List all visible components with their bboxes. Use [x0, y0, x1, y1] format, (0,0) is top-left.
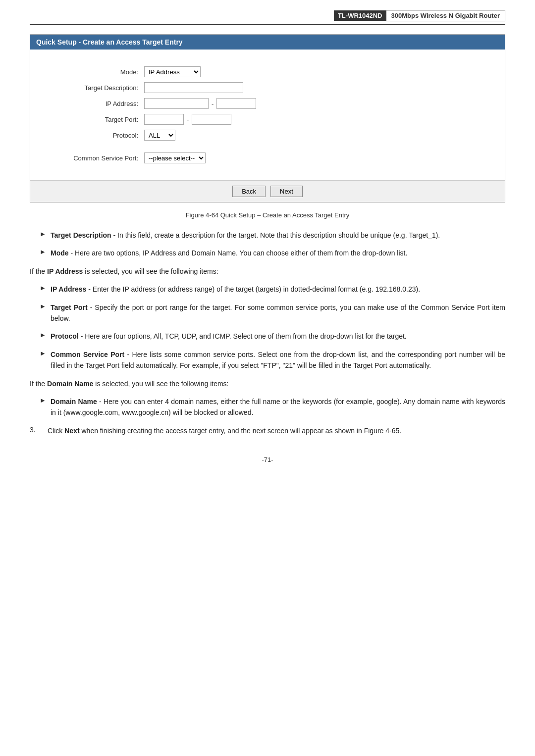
mode-row: Mode: IP Address Domain Name: [35, 66, 500, 77]
bullet-text-2: Mode - Here are two options, IP Address …: [51, 248, 407, 258]
bullet-arrow-port: ►: [40, 302, 51, 310]
model-name: TL-WR1042ND: [334, 10, 386, 21]
domain-bullets: ► Domain Name - Here you can enter 4 dom…: [30, 396, 505, 418]
bullet-arrow-domain: ►: [40, 396, 51, 404]
numbered-num-3: 3.: [30, 425, 48, 434]
bullet-arrow-ip: ►: [40, 284, 51, 292]
protocol-select[interactable]: ALL TCP UDP ICMP: [144, 130, 175, 141]
ip-address-row: IP Address: -: [35, 98, 500, 109]
figure-caption: Figure 4-64 Quick Setup – Create an Acce…: [30, 211, 505, 219]
protocol-label: Protocol:: [45, 132, 144, 139]
form-footer: Back Next: [30, 180, 505, 202]
form-box-title: Quick Setup - Create an Access Target En…: [30, 35, 505, 50]
next-button[interactable]: Next: [270, 186, 303, 197]
bullet-text-1: Target Description - In this field, crea…: [51, 230, 440, 241]
bullet-text-common: Common Service Port - Here lists some co…: [51, 349, 505, 371]
numbered-text-3: Click Next when finishing creating the a…: [48, 425, 401, 436]
numbered-item-3: 3. Click Next when finishing creating th…: [30, 425, 505, 436]
bullet-target-port: ► Target Port - Specify the port or port…: [30, 302, 505, 324]
common-service-label: Common Service Port:: [45, 154, 144, 162]
ip-address-label: IP Address:: [45, 100, 144, 107]
bullet-arrow-protocol: ►: [40, 331, 51, 339]
mode-control: IP Address Domain Name: [144, 66, 201, 77]
ip-address-input-end[interactable]: [216, 98, 256, 109]
target-port-label: Target Port:: [45, 116, 144, 123]
mode-label: Mode:: [45, 68, 144, 76]
target-description-input[interactable]: [144, 82, 243, 93]
bullet-arrow-common: ►: [40, 349, 51, 357]
ip-bullets: ► IP Address - Enter the IP address (or …: [30, 284, 505, 371]
main-bullets: ► Target Description - In this field, cr…: [30, 230, 505, 259]
form-body: Mode: IP Address Domain Name Target Desc…: [30, 50, 505, 180]
back-button[interactable]: Back: [232, 186, 266, 197]
mode-select[interactable]: IP Address Domain Name: [144, 66, 201, 77]
target-description-row: Target Description:: [35, 82, 500, 93]
ip-address-control: -: [144, 98, 256, 109]
bullet-common-service: ► Common Service Port - Here lists some …: [30, 349, 505, 371]
bullet-domain-name: ► Domain Name - Here you can enter 4 dom…: [30, 396, 505, 418]
bullet-protocol: ► Protocol - Here are four options, All,…: [30, 331, 505, 342]
common-service-control: --please select-- FTP (21) HTTP (80) HTT…: [144, 152, 206, 163]
target-port-input-start[interactable]: [144, 114, 184, 125]
bullet-text-domain: Domain Name - Here you can enter 4 domai…: [51, 396, 505, 418]
bullet-text-ip: IP Address - Enter the IP address (or ad…: [51, 284, 420, 295]
ip-address-input-start[interactable]: [144, 98, 209, 109]
ip-separator: -: [212, 100, 214, 107]
bullet-arrow-1: ►: [40, 230, 51, 238]
ip-address-note: If the IP Address is selected, you will …: [30, 266, 505, 277]
protocol-row: Protocol: ALL TCP UDP ICMP: [35, 130, 500, 141]
bullet-target-description: ► Target Description - In this field, cr…: [30, 230, 505, 241]
protocol-control: ALL TCP UDP ICMP: [144, 130, 175, 141]
target-description-label: Target Description:: [45, 84, 144, 92]
port-separator: -: [187, 116, 189, 123]
bullet-text-port: Target Port - Specify the port or port r…: [51, 302, 505, 324]
bullet-ip-address: ► IP Address - Enter the IP address (or …: [30, 284, 505, 295]
bullet-mode: ► Mode - Here are two options, IP Addres…: [30, 248, 505, 258]
bullet-arrow-2: ►: [40, 248, 51, 255]
target-description-control: [144, 82, 243, 93]
quick-setup-form-box: Quick Setup - Create an Access Target En…: [30, 34, 505, 202]
target-port-row: Target Port: -: [35, 114, 500, 125]
page-number: -71-: [30, 456, 505, 463]
common-service-select[interactable]: --please select-- FTP (21) HTTP (80) HTT…: [144, 152, 206, 163]
page-header: TL-WR1042ND 300Mbps Wireless N Gigabit R…: [30, 10, 505, 25]
target-port-input-end[interactable]: [192, 114, 231, 125]
domain-name-note: If the Domain Name is selected, you will…: [30, 378, 505, 389]
common-service-row: Common Service Port: --please select-- F…: [35, 152, 500, 163]
target-port-control: -: [144, 114, 231, 125]
router-description: 300Mbps Wireless N Gigabit Router: [386, 10, 506, 21]
bullet-text-protocol: Protocol - Here are four options, All, T…: [51, 331, 407, 342]
